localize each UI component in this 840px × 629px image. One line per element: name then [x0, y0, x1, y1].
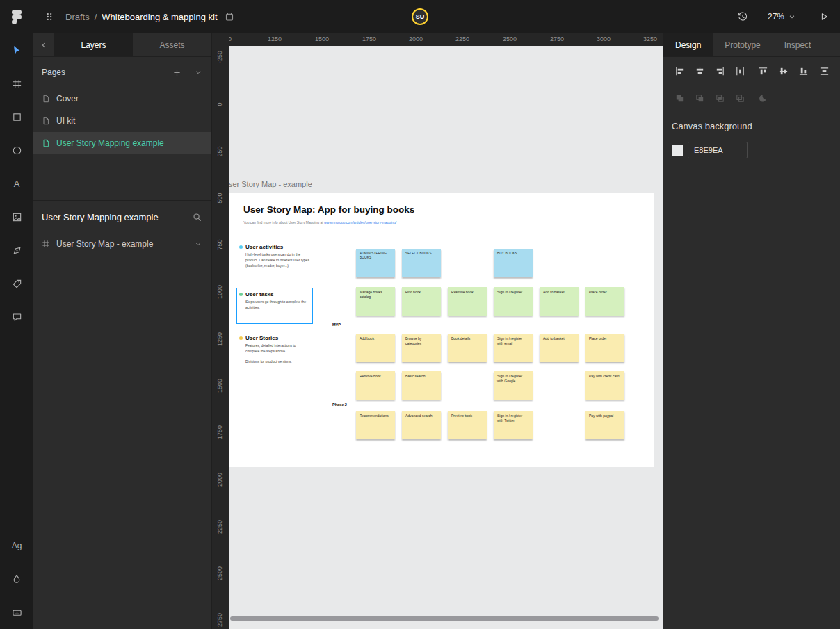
layer-row-frame[interactable]: User Story Map - example [33, 233, 211, 255]
sticky-note[interactable]: Sign in / register with Google [494, 371, 533, 400]
breadcrumb: Drafts / Whiteboarding & mapping kit [65, 12, 234, 22]
sticky-note[interactable]: Find book [402, 287, 441, 316]
sticky-note[interactable]: Manage books catalog [356, 287, 395, 316]
union-icon[interactable] [670, 89, 688, 107]
comment-tool-icon[interactable] [0, 300, 33, 334]
sticky-note[interactable]: Sign in / register with email [494, 334, 533, 362]
tab-inspect[interactable]: Inspect [773, 33, 823, 56]
collapse-pages-icon[interactable] [195, 69, 202, 76]
figma-logo[interactable] [0, 0, 33, 33]
sticky-note[interactable]: Recommendations [356, 411, 395, 439]
page-icon [42, 117, 50, 125]
sticky-note[interactable]: Pay with paypal [585, 411, 624, 439]
exclude-icon[interactable] [731, 89, 749, 107]
sticky-note[interactable]: Add book [356, 334, 395, 362]
keyboard-icon[interactable] [0, 596, 33, 629]
pen-tool-icon[interactable] [0, 234, 33, 267]
sticky-note[interactable]: Pay with credit card [585, 371, 624, 400]
tab-assets[interactable]: Assets [133, 33, 211, 56]
color-styles-icon[interactable] [0, 562, 33, 596]
horizontal-scrollbar[interactable] [230, 616, 659, 621]
subtract-icon[interactable] [690, 89, 709, 107]
frame-label[interactable]: User Story Map - example [229, 180, 312, 188]
menu-icon[interactable] [39, 6, 60, 27]
sticky-note[interactable]: Add to basket [540, 334, 579, 362]
subtitle-link[interactable]: www.nngroup.com/articles/user-story-mapp… [324, 220, 396, 224]
clipboard-icon[interactable] [225, 12, 234, 22]
sticky-note[interactable]: Browse by categories [402, 334, 441, 362]
page-label: Cover [56, 94, 79, 104]
sticky-note[interactable]: Place order [585, 334, 624, 362]
tag-tool-icon[interactable] [0, 267, 33, 300]
legend-user-tasks[interactable]: User tasks Steps users go through to com… [239, 291, 317, 311]
zoom-menu[interactable]: 27% [757, 0, 807, 33]
layer-expand-icon[interactable] [195, 240, 202, 247]
sticky-note[interactable]: Book details [448, 334, 487, 362]
search-icon[interactable] [193, 213, 202, 222]
frame-tool-icon[interactable] [0, 67, 33, 100]
image-tool-icon[interactable] [0, 200, 33, 234]
page-label: User Story Mapping example [56, 138, 164, 148]
distribute-vertical-icon[interactable] [815, 62, 833, 80]
sticky-note[interactable]: ADMINISTERING BOOKS [356, 249, 395, 277]
sticky-row-tasks: Manage books catalogFind bookExamine boo… [356, 287, 624, 316]
sticky-note[interactable]: Add to basket [540, 287, 579, 316]
collapse-panel-icon[interactable] [33, 33, 54, 56]
move-tool-icon[interactable] [0, 33, 33, 67]
page-icon [42, 95, 50, 103]
sticky-note[interactable]: Basic search [402, 371, 441, 400]
tab-layers[interactable]: Layers [54, 33, 133, 56]
page-row-cover[interactable]: Cover [33, 88, 211, 110]
frame-layer-icon [42, 240, 50, 248]
canvas-area: 00 1250 1500 1750 2000 2250 2500 2750 30… [212, 33, 663, 629]
layers-section-header: User Story Mapping example [33, 201, 211, 233]
sticky-note[interactable]: BUY BOOKS [494, 249, 533, 277]
canvas[interactable]: User Story Map - example User Story Map:… [229, 46, 663, 629]
story-map-frame[interactable]: User Story Map: App for buying books You… [229, 193, 654, 467]
bullet-icon [239, 293, 243, 296]
sticky-note[interactable]: Preview book [448, 411, 487, 439]
ellipse-tool-icon[interactable] [0, 133, 33, 167]
version-history-icon[interactable] [729, 0, 757, 33]
align-left-icon[interactable] [670, 62, 688, 80]
sticky-note[interactable]: Examine book [448, 287, 487, 316]
align-vertical-center-icon[interactable] [775, 62, 793, 80]
rectangle-tool-icon[interactable] [0, 100, 33, 133]
present-button[interactable] [807, 0, 840, 33]
intersect-icon[interactable] [711, 89, 729, 107]
distribute-horizontal-icon[interactable] [731, 62, 749, 80]
milestone-mvp[interactable]: MVP [332, 322, 341, 327]
hex-color-field[interactable]: E8E9EA [688, 142, 748, 158]
pages-spacer [33, 154, 211, 200]
board-title[interactable]: User Story Map: App for buying books [243, 204, 414, 215]
canvas-background-section: Canvas background E8E9EA [663, 111, 840, 168]
align-horizontal-center-icon[interactable] [690, 62, 709, 80]
page-row-ui-kit[interactable]: UI kit [33, 110, 211, 132]
file-title[interactable]: Whiteboarding & mapping kit [102, 12, 217, 22]
milestone-phase2[interactable]: Phase 2 [332, 402, 347, 407]
legend-user-stories[interactable]: User Stories Features, detailed interact… [239, 335, 317, 364]
sticky-note[interactable]: Place order [585, 287, 624, 316]
color-swatch[interactable] [672, 145, 683, 156]
sticky-note[interactable]: Sign in / register [494, 287, 533, 316]
tab-design[interactable]: Design [663, 33, 713, 56]
sticky-note[interactable]: Advanced search [402, 411, 441, 439]
right-panel-tabs: Design Prototype Inspect [663, 33, 840, 57]
page-row-user-story-mapping[interactable]: User Story Mapping example [33, 132, 211, 154]
align-bottom-icon[interactable] [795, 62, 813, 80]
breadcrumb-root[interactable]: Drafts [65, 12, 90, 22]
sticky-note[interactable]: Remove book [356, 371, 395, 400]
mask-icon[interactable] [754, 89, 773, 107]
left-panel-tabs: Layers Assets [33, 33, 211, 57]
tab-prototype[interactable]: Prototype [713, 33, 772, 56]
sticky-note[interactable]: SELECT BOOKS [402, 249, 441, 277]
add-page-icon[interactable] [173, 69, 181, 76]
legend-user-activities[interactable]: User activities High-level tasks users c… [239, 244, 317, 268]
avatar[interactable]: SU [412, 8, 428, 25]
type-styles-icon[interactable]: Ag [0, 529, 33, 562]
section-title: User Story Mapping example [42, 212, 159, 222]
text-tool-icon[interactable]: A [0, 167, 33, 200]
align-right-icon[interactable] [711, 62, 729, 80]
sticky-note[interactable]: Sign in / register with Twitter [494, 411, 533, 439]
align-top-icon[interactable] [754, 62, 773, 80]
